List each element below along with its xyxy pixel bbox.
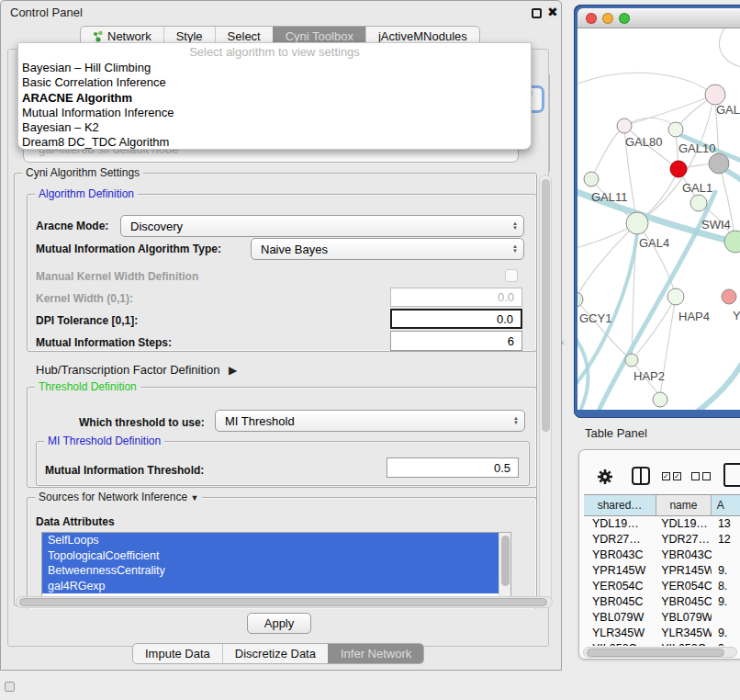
kernel-width-label: Kernel Width (0,1): (36, 292, 133, 305)
settings-vertical-scrollbar[interactable] (539, 175, 552, 606)
apply-button[interactable]: Apply (247, 613, 311, 634)
tab-infer-network[interactable]: Infer Network (328, 644, 423, 663)
settings-horizontal-scrollbar[interactable] (16, 596, 553, 608)
gear-icon[interactable] (597, 469, 613, 485)
dropdown-item-bayesian-hill-climbing[interactable]: Bayesian – Hill Climbing (18, 61, 531, 75)
network-node-gal80[interactable] (617, 119, 632, 133)
mi-threshold-definition-title: MI Threshold Definition (44, 435, 164, 447)
network-node-gal[interactable] (705, 85, 725, 105)
columns-icon[interactable] (632, 467, 650, 485)
network-node[interactable] (670, 161, 687, 177)
attribute-item-gal4rgexp[interactable]: gal4RGexp (42, 579, 500, 594)
column-header-third[interactable]: A (712, 495, 740, 515)
network-node-hap4[interactable] (667, 288, 684, 305)
window-title: Control Panel (10, 1, 83, 25)
network-node[interactable] (653, 392, 667, 407)
zoom-traffic-light[interactable] (619, 13, 630, 24)
attributes-scrollbar[interactable] (499, 533, 510, 596)
network-node-swi4[interactable] (724, 231, 740, 253)
network-edge[interactable] (577, 223, 637, 299)
tab-discretize-data[interactable]: Discretize Data (222, 644, 328, 663)
network-edge[interactable] (624, 95, 714, 126)
network-view-window[interactable]: GALGAL80GAL10GAL1GAL11SWI4GAL4GCY1HAP4YH… (574, 5, 740, 418)
node-label-gal11: GAL11 (591, 190, 628, 204)
table-row[interactable]: YBL079WYBL079W (584, 610, 740, 626)
attribute-item-selfloops[interactable]: SelfLoops (42, 533, 500, 548)
table-row[interactable]: YDL19…YDL19…13 (584, 516, 740, 532)
which-threshold-value: MI Threshold (225, 414, 295, 428)
collapsed-panel-icon[interactable] (5, 682, 15, 692)
export-table-icon[interactable] (723, 463, 740, 487)
network-edge[interactable] (591, 126, 624, 179)
dropdown-item-dream8-dc-tdc-algorithm[interactable]: Dream8 DC_TDC Algorithm (18, 135, 531, 150)
algorithm-dropdown-popup: Select algorithm to view settings Bayesi… (17, 42, 532, 150)
network-canvas[interactable]: GALGAL80GAL10GAL1GAL11SWI4GAL4GCY1HAP4YH… (577, 28, 740, 410)
network-node-gal4[interactable] (626, 212, 648, 234)
network-edge[interactable] (577, 73, 714, 95)
table-cell: YBR043C (584, 548, 656, 563)
kernel-width-field[interactable]: 0.0 (390, 288, 522, 307)
node-label-gal1: GAL1 (682, 181, 712, 195)
table-row[interactable]: YBR043CYBR043C (584, 548, 740, 563)
network-node-gal1[interactable] (690, 195, 707, 211)
table-row[interactable]: YLR345WYLR345W9. (584, 626, 740, 641)
network-window-titlebar[interactable] (577, 8, 740, 28)
network-edge-thick[interactable] (699, 356, 740, 410)
dropdown-item-bayesian-k2[interactable]: Bayesian – K2 (18, 120, 531, 135)
tab-impute-data[interactable]: Impute Data (133, 644, 222, 663)
table-row[interactable]: YIL052CYIL052C9. (584, 641, 740, 646)
mi-steps-field[interactable]: 6 (390, 331, 522, 351)
close-traffic-light[interactable] (586, 13, 597, 24)
mi-algorithm-type-select[interactable]: Naive Bayes ▲▼ (251, 238, 524, 260)
table-cell: YDL19… (584, 516, 656, 532)
splitter-handle[interactable]: ‹ (561, 336, 565, 347)
network-node-y[interactable] (722, 289, 736, 304)
table-panel-title: Table Panel (585, 426, 647, 440)
network-node-gcy1[interactable] (577, 292, 583, 307)
close-icon[interactable]: ✖ (547, 5, 558, 19)
which-threshold-select[interactable]: MI Threshold ▲▼ (215, 410, 525, 432)
table-cell: 13 (712, 516, 740, 532)
network-edge[interactable] (577, 299, 632, 360)
dropdown-item-mutual-information-inference[interactable]: Mutual Information Inference (18, 106, 531, 120)
table-cell: YBL079W (584, 610, 656, 626)
float-window-icon[interactable] (532, 8, 542, 18)
column-header-shared-name[interactable]: shared… (584, 495, 656, 515)
table-row[interactable]: YDR27…YDR27…12 (584, 532, 740, 548)
dropdown-item-aracne-algorithm[interactable]: ARACNE Algorithm (18, 91, 531, 106)
table-horizontal-scrollbar[interactable] (583, 647, 737, 658)
hub-definition-expander[interactable]: Hub/Transcription Factor Definition ▶ (36, 363, 237, 377)
dpi-tolerance-field[interactable]: 0.0 (390, 309, 522, 329)
mi-threshold-field[interactable]: 0.5 (387, 457, 519, 478)
bottom-tab-bar: Impute DataDiscretize DataInfer Network (132, 643, 424, 664)
column-header-name[interactable]: name (656, 495, 712, 515)
node-label-gal80: GAL80 (625, 135, 662, 149)
network-node-gal11[interactable] (584, 172, 599, 186)
chevron-down-icon[interactable]: ▼ (190, 493, 198, 502)
tab-label: Discretize Data (235, 647, 316, 660)
select-all-checkboxes-icon[interactable]: ✓ ✓ (662, 472, 681, 480)
minimize-traffic-light[interactable] (602, 13, 613, 24)
manual-kernel-width-checkbox[interactable] (505, 269, 518, 282)
network-node[interactable] (709, 153, 729, 174)
tab-label: Select (228, 29, 261, 43)
dropdown-prompt: Select algorithm to view settings (18, 45, 531, 61)
table-row[interactable]: YBR045CYBR045C9. (584, 594, 740, 610)
dropdown-item-basic-correlation-inference[interactable]: Basic Correlation Inference (18, 75, 531, 90)
mi-steps-label: Mutual Information Steps: (36, 336, 172, 349)
table-row[interactable]: YPR145WYPR145W9. (584, 563, 740, 579)
node-label-gcy1: GCY1 (579, 311, 611, 325)
control-panel-window: Control Panel ✖ NetworkStyleSelectCyni T… (0, 0, 562, 671)
network-graph[interactable]: GALGAL80GAL10GAL1GAL11SWI4GAL4GCY1HAP4YH… (577, 28, 740, 410)
deselect-all-checkboxes-icon[interactable] (691, 472, 711, 480)
network-edge[interactable] (719, 28, 740, 67)
network-node-gal10[interactable] (668, 122, 683, 137)
aracne-mode-select[interactable]: Discovery ▲▼ (120, 215, 524, 237)
data-attributes-list: SelfLoopsTopologicalCoefficientBetweenne… (41, 532, 511, 597)
network-node-hap2[interactable] (625, 354, 638, 367)
attribute-item-topologicalcoefficient[interactable]: TopologicalCoefficient (42, 548, 500, 564)
network-edge[interactable] (637, 223, 676, 297)
aracne-mode-value: Discovery (130, 220, 183, 233)
attribute-item-betweennesscentrality[interactable]: BetweennessCentrality (42, 563, 500, 579)
table-row[interactable]: YER054CYER054C8. (584, 579, 740, 594)
